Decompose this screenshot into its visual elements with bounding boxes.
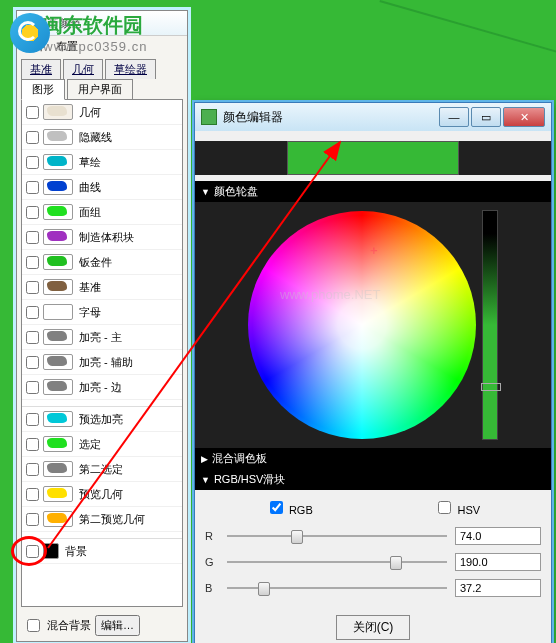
list-item[interactable]: 加亮 - 边: [22, 375, 182, 400]
wheel-header[interactable]: ▼颜色轮盘: [195, 181, 551, 202]
item-checkbox[interactable]: [26, 256, 39, 269]
item-label: 预选加亮: [79, 412, 123, 427]
list-item[interactable]: 面组: [22, 200, 182, 225]
color-swatch[interactable]: [43, 204, 73, 220]
item-label: 字母: [79, 305, 101, 320]
list-item[interactable]: 钣金件: [22, 250, 182, 275]
color-swatch[interactable]: [43, 354, 73, 370]
tab-geometry[interactable]: 几何: [63, 59, 103, 79]
r-label: R: [205, 530, 219, 542]
expand-icon: ▶: [201, 454, 208, 464]
list-item[interactable]: 隐藏线: [22, 125, 182, 150]
color-swatch[interactable]: [43, 511, 73, 527]
hsv-radio-label[interactable]: HSV: [434, 498, 480, 517]
edit-button[interactable]: 编辑…: [95, 615, 140, 636]
color-wheel[interactable]: +: [248, 211, 476, 439]
window-title: 至新颜色: [37, 16, 81, 31]
item-label: 加亮 - 辅助: [79, 355, 133, 370]
rgb-radio-label[interactable]: RGB: [266, 498, 313, 517]
item-label: 加亮 - 边: [79, 380, 122, 395]
hsv-checkbox[interactable]: [438, 501, 451, 514]
list-item[interactable]: 预览几何: [22, 482, 182, 507]
close-dialog-button[interactable]: 关闭(C): [336, 615, 411, 640]
list-item[interactable]: 草绘: [22, 150, 182, 175]
item-label: 选定: [79, 437, 101, 452]
item-checkbox[interactable]: [26, 438, 39, 451]
tab-ui[interactable]: 用户界面: [67, 79, 133, 100]
item-label: 隐藏线: [79, 130, 112, 145]
color-swatch[interactable]: [43, 254, 73, 270]
item-checkbox[interactable]: [26, 488, 39, 501]
item-checkbox[interactable]: [26, 206, 39, 219]
preview-area: [195, 141, 551, 175]
mix-bg-checkbox[interactable]: [27, 619, 40, 632]
color-swatch[interactable]: [43, 411, 73, 427]
value-handle[interactable]: [481, 383, 501, 391]
r-input[interactable]: [455, 527, 541, 545]
item-checkbox[interactable]: [26, 413, 39, 426]
item-checkbox[interactable]: [26, 356, 39, 369]
list-item[interactable]: 第二选定: [22, 457, 182, 482]
color-swatch[interactable]: [43, 229, 73, 245]
item-checkbox[interactable]: [26, 106, 39, 119]
g-input[interactable]: [455, 553, 541, 571]
list-item[interactable]: 字母: [22, 300, 182, 325]
color-swatch[interactable]: [43, 329, 73, 345]
tab-datum[interactable]: 基准: [21, 59, 61, 79]
list-item[interactable]: 选定: [22, 432, 182, 457]
list-item[interactable]: 曲线: [22, 175, 182, 200]
item-checkbox[interactable]: [26, 181, 39, 194]
list-item[interactable]: 预选加亮: [22, 407, 182, 432]
tab-row-2: 图形 用户界面: [17, 79, 187, 100]
value-bar[interactable]: [482, 210, 498, 440]
g-knob[interactable]: [390, 556, 402, 570]
item-checkbox[interactable]: [26, 513, 39, 526]
dialog-buttons: 确定 取消: [17, 639, 187, 643]
color-swatch[interactable]: [43, 154, 73, 170]
r-slider[interactable]: [227, 528, 447, 544]
b-knob[interactable]: [258, 582, 270, 596]
list-item[interactable]: 加亮 - 辅助: [22, 350, 182, 375]
item-checkbox[interactable]: [26, 231, 39, 244]
item-checkbox[interactable]: [26, 331, 39, 344]
item-checkbox[interactable]: [26, 281, 39, 294]
item-checkbox[interactable]: [26, 545, 39, 558]
color-swatch[interactable]: [43, 543, 59, 559]
color-swatch[interactable]: [43, 486, 73, 502]
titlebar[interactable]: 至新颜色: [17, 11, 187, 36]
list-item[interactable]: 第二预览几何: [22, 507, 182, 532]
item-checkbox[interactable]: [26, 463, 39, 476]
menu-arrange[interactable]: 布置: [56, 40, 78, 52]
color-swatch[interactable]: [43, 179, 73, 195]
b-slider[interactable]: [227, 580, 447, 596]
color-preview: [287, 141, 459, 175]
rgb-checkbox[interactable]: [270, 501, 283, 514]
color-swatch[interactable]: [43, 129, 73, 145]
list-item[interactable]: 几何: [22, 100, 182, 125]
r-knob[interactable]: [291, 530, 303, 544]
window-icon: [201, 109, 217, 125]
tab-graphics[interactable]: 图形: [21, 79, 65, 100]
item-checkbox[interactable]: [26, 131, 39, 144]
list-item[interactable]: 制造体积块: [22, 225, 182, 250]
list-item[interactable]: 加亮 - 主: [22, 325, 182, 350]
color-swatch[interactable]: [43, 436, 73, 452]
tab-sketcher[interactable]: 草绘器: [105, 59, 156, 79]
item-label: 背景: [65, 544, 87, 559]
color-swatch[interactable]: [43, 461, 73, 477]
item-checkbox[interactable]: [26, 306, 39, 319]
g-slider[interactable]: [227, 554, 447, 570]
color-swatch[interactable]: [43, 104, 73, 120]
mix-header[interactable]: ▶混合调色板: [195, 448, 551, 469]
b-input[interactable]: [455, 579, 541, 597]
list-item[interactable]: 背景: [22, 539, 182, 564]
mix-bg-row: 混合背景 编辑…: [17, 612, 187, 639]
rgbhsv-header[interactable]: ▼RGB/HSV滑块: [195, 469, 551, 490]
item-checkbox[interactable]: [26, 156, 39, 169]
color-swatch[interactable]: [43, 304, 73, 320]
item-checkbox[interactable]: [26, 381, 39, 394]
color-swatch[interactable]: [43, 279, 73, 295]
menu-file[interactable]: 文件: [23, 40, 45, 52]
color-swatch[interactable]: [43, 379, 73, 395]
list-item[interactable]: 基准: [22, 275, 182, 300]
